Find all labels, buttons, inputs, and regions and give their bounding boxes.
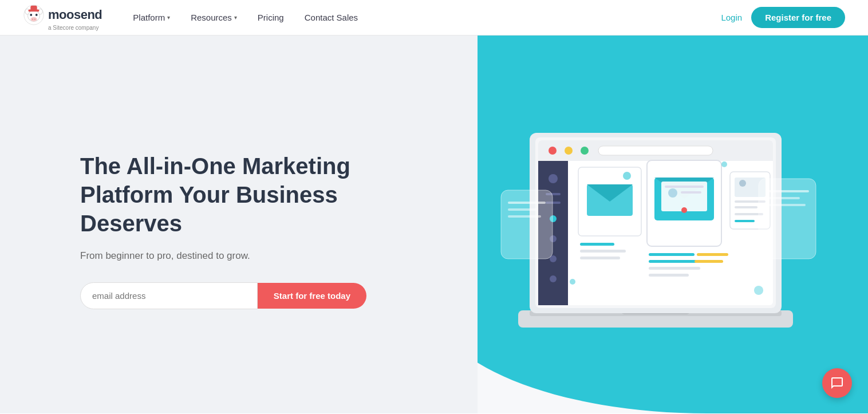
svg-point-30 (550, 275, 557, 282)
email-input[interactable] (80, 282, 258, 309)
svg-rect-49 (697, 253, 728, 256)
svg-point-60 (754, 286, 763, 295)
svg-rect-68 (766, 197, 800, 199)
svg-point-9 (32, 19, 33, 20)
svg-rect-41 (665, 186, 704, 188)
svg-point-42 (668, 188, 677, 198)
svg-rect-64 (508, 208, 536, 211)
nav-platform[interactable]: Platform ▾ (125, 8, 178, 27)
chat-bubble-button[interactable] (822, 368, 852, 398)
svg-rect-63 (508, 202, 546, 204)
nav-links: Platform ▾ Resources ▾ Pricing Contact S… (125, 8, 721, 27)
svg-rect-8 (30, 6, 37, 11)
hero-title: The All-in-One Marketing Platform Your B… (80, 152, 355, 238)
svg-rect-65 (508, 215, 541, 218)
hero-left: The All-in-One Marketing Platform Your B… (0, 36, 478, 413)
navbar: moosend a Sitecore company Platform ▾ Re… (0, 0, 868, 36)
svg-rect-45 (649, 253, 695, 256)
svg-point-53 (739, 180, 746, 187)
logo-text: moosend (48, 7, 102, 22)
resources-arrow-icon: ▾ (234, 14, 237, 21)
svg-point-44 (681, 207, 687, 213)
platform-arrow-icon: ▾ (167, 14, 170, 21)
nav-right: Login Register for free (721, 7, 845, 28)
svg-rect-62 (501, 190, 553, 259)
hero-subtitle: From beginner to pro, destined to grow. (80, 250, 443, 262)
svg-rect-69 (766, 204, 806, 206)
nav-pricing[interactable]: Pricing (250, 8, 292, 27)
svg-point-10 (34, 19, 35, 20)
svg-rect-36 (580, 257, 620, 259)
svg-point-19 (549, 147, 557, 155)
svg-point-4 (30, 17, 37, 22)
svg-rect-48 (649, 274, 689, 277)
svg-rect-35 (580, 250, 626, 253)
hero-form: Start for free today (80, 282, 366, 309)
chat-icon (830, 376, 844, 390)
hero-right (478, 36, 868, 413)
svg-point-61 (721, 161, 727, 167)
nav-contact-sales[interactable]: Contact Sales (297, 8, 366, 27)
logo-sub: a Sitecore company (48, 25, 98, 31)
svg-rect-43 (681, 191, 701, 194)
svg-rect-50 (695, 260, 723, 263)
svg-point-6 (35, 14, 38, 16)
svg-point-24 (549, 174, 558, 183)
start-free-button[interactable]: Start for free today (258, 283, 366, 309)
svg-rect-47 (649, 267, 700, 270)
hero-section: The All-in-One Marketing Platform Your B… (0, 36, 868, 413)
svg-point-59 (570, 279, 575, 285)
nav-resources[interactable]: Resources ▾ (183, 8, 245, 27)
svg-point-58 (623, 172, 631, 180)
moosend-logo-icon (23, 4, 45, 26)
svg-rect-67 (766, 190, 809, 192)
svg-rect-22 (598, 146, 713, 155)
svg-point-21 (581, 147, 589, 155)
svg-point-5 (30, 14, 32, 16)
login-button[interactable]: Login (721, 13, 742, 22)
svg-rect-34 (580, 243, 614, 246)
svg-rect-57 (735, 220, 755, 222)
hero-illustration (484, 87, 827, 362)
register-button[interactable]: Register for free (751, 7, 845, 28)
logo-link[interactable]: moosend a Sitecore company (23, 4, 102, 31)
svg-point-20 (565, 147, 573, 155)
svg-rect-55 (735, 206, 757, 208)
